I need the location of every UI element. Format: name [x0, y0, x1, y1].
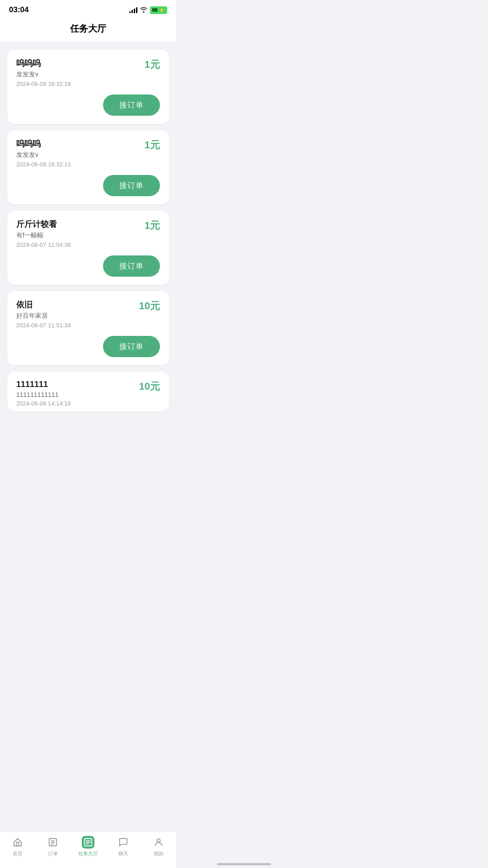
- task-subtitle: 有f一幅幅: [16, 231, 137, 240]
- task-subtitle: 好百年家居: [16, 312, 132, 320]
- task-title: 依旧: [16, 299, 132, 310]
- task-price: 1元: [145, 138, 160, 152]
- status-icons: 86 ⚡: [129, 6, 167, 14]
- task-title: 呜呜呜: [16, 58, 137, 69]
- mine-icon: [152, 836, 165, 849]
- orders-icon: [47, 836, 59, 849]
- task-price: 1元: [145, 219, 160, 232]
- task-subtitle: 发发发v: [16, 71, 137, 79]
- task-price: 10元: [139, 380, 160, 393]
- page-header: 任务大厅: [0, 18, 176, 42]
- task-card: 呜呜呜 发发发v 2024-06-08 16:32:18 1元 接订单: [7, 50, 169, 124]
- wifi-icon: [140, 6, 147, 14]
- task-card-partial: 1111111 111111111111 2024-06-06 14:14:18…: [7, 372, 169, 411]
- nav-label-chat: 聊天: [118, 850, 128, 857]
- signal-icon: [129, 7, 137, 13]
- task-info: 呜呜呜 发发发v 2024-06-08 16:32:18: [16, 58, 137, 87]
- bottom-nav: 首页 订单 任务大厅 聊天: [0, 831, 176, 868]
- task-card: 呜呜呜 发发发v 2024-06-08 16:32:13 1元 接订单: [7, 130, 169, 204]
- home-icon: [11, 836, 24, 849]
- task-subtitle: 111111111111: [16, 391, 132, 398]
- chat-icon: [117, 836, 130, 849]
- status-bar: 03:04 86 ⚡: [0, 0, 176, 18]
- task-subtitle: 发发发v: [16, 151, 137, 159]
- status-time: 03:04: [9, 5, 28, 14]
- task-date: 2024-06-06 14:14:18: [16, 400, 132, 407]
- nav-item-tasks[interactable]: 任务大厅: [75, 836, 102, 857]
- nav-label-mine: 我的: [154, 850, 164, 857]
- nav-label-tasks: 任务大厅: [78, 850, 98, 857]
- nav-item-home[interactable]: 首页: [4, 836, 31, 857]
- accept-order-button[interactable]: 接订单: [103, 175, 160, 196]
- task-title: 1111111: [16, 380, 132, 389]
- task-date: 2024-06-07 11:54:38: [16, 241, 137, 248]
- task-price: 1元: [145, 58, 160, 71]
- task-info: 呜呜呜 发发发v 2024-06-08 16:32:13: [16, 138, 137, 168]
- nav-label-home: 首页: [13, 850, 23, 857]
- task-info: 斤斤计较看 有f一幅幅 2024-06-07 11:54:38: [16, 219, 137, 248]
- page-title: 任务大厅: [0, 23, 176, 35]
- tasks-icon: [82, 836, 94, 849]
- task-date: 2024-06-07 11:51:34: [16, 322, 132, 329]
- nav-item-chat[interactable]: 聊天: [110, 836, 137, 857]
- accept-order-button[interactable]: 接订单: [103, 255, 160, 277]
- task-list: 呜呜呜 发发发v 2024-06-08 16:32:18 1元 接订单 呜呜呜 …: [0, 42, 176, 458]
- task-price: 10元: [139, 299, 160, 313]
- task-date: 2024-06-08 16:32:13: [16, 161, 137, 168]
- nav-item-orders[interactable]: 订单: [39, 836, 66, 857]
- task-title: 呜呜呜: [16, 138, 137, 149]
- task-card: 依旧 好百年家居 2024-06-07 11:51:34 10元 接订单: [7, 291, 169, 365]
- task-date: 2024-06-08 16:32:18: [16, 80, 137, 87]
- accept-order-button[interactable]: 接订单: [103, 94, 160, 116]
- task-title: 斤斤计较看: [16, 219, 137, 230]
- battery-indicator: 86 ⚡: [150, 6, 167, 14]
- accept-order-button[interactable]: 接订单: [103, 336, 160, 357]
- svg-point-2: [157, 839, 160, 842]
- task-info: 依旧 好百年家居 2024-06-07 11:51:34: [16, 299, 132, 329]
- task-info: 1111111 111111111111 2024-06-06 14:14:18: [16, 380, 132, 407]
- battery-level: 86: [152, 7, 158, 13]
- task-card: 斤斤计较看 有f一幅幅 2024-06-07 11:54:38 1元 接订单: [7, 211, 169, 285]
- nav-label-orders: 订单: [48, 850, 58, 857]
- nav-item-mine[interactable]: 我的: [145, 836, 172, 857]
